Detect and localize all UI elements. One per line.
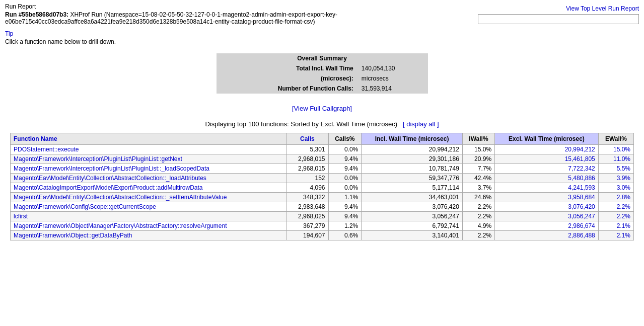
summary-microsec-label: (microsec): [217,73,357,84]
cell-calls-pct: 9.4% [328,154,362,164]
cell-calls-pct: 0.0% [328,183,362,193]
cell-excl-wall-time: 3,076,420 [495,202,599,212]
cell-ewall-pct: 5.5% [598,164,633,174]
cell-excl-wall-time: 3,056,247 [495,212,599,221]
cell-incl-wall-time: 59,347,776 [362,174,463,183]
th-iwall-pct: IWall% [462,133,494,145]
cell-function-name: Magento\Framework\Config\Scope::getCurre… [11,202,287,212]
table-row: Magento\Framework\Object::getDataByPath1… [11,231,634,240]
cell-function-name: Magento\Framework\Object::getDataByPath [11,231,287,240]
function-name-link[interactable]: PDOStatement::execute [14,146,79,153]
cell-iwall-pct: 2.2% [462,202,494,212]
table-row: Magento\Framework\Config\Scope::getCurre… [11,202,634,212]
cell-function-name: Magento\CatalogImportExport\Model\Export… [11,183,287,193]
table-row: Magento\Eav\Model\Entity\Collection\Abst… [11,174,634,183]
table-row: Magento\Framework\ObjectManager\Factory\… [11,221,634,231]
th-incl-wall-time: Incl. Wall Time (microsec) [362,133,463,145]
function-name-link[interactable]: Magento\Framework\ObjectManager\Factory\… [14,222,227,229]
cell-incl-wall-time: 20,994,212 [362,145,463,154]
function-name-link[interactable]: lcfirst [14,213,28,220]
function-name-link[interactable]: Magento\Framework\Config\Scope::getCurre… [14,203,156,210]
cell-iwall-pct: 3.7% [462,183,494,193]
cell-calls: 2,968,015 [287,154,328,164]
function-name-link[interactable]: Magento\Eav\Model\Entity\Collection\Abst… [14,175,206,182]
cell-iwall-pct: 7.7% [462,164,494,174]
cell-ewall-pct: 3.0% [598,183,633,193]
table-row: Magento\Eav\Model\Entity\Collection\Abst… [11,193,634,202]
cell-excl-wall-time: 3,958,684 [495,193,599,202]
callgraph-link[interactable]: [View Full Callgraph] [292,105,352,112]
cell-iwall-pct: 2.2% [462,212,494,221]
tip-text: Click a function name below to drill dow… [5,38,639,45]
function-name-link[interactable]: Magento\Eav\Model\Entity\Collection\Abst… [14,194,227,201]
th-calls-pct: Calls% [328,133,362,145]
cell-incl-wall-time: 5,177,114 [362,183,463,193]
cell-incl-wall-time: 34,463,001 [362,193,463,202]
cell-excl-wall-time: 2,886,488 [495,231,599,240]
cell-ewall-pct: 2.8% [598,193,633,202]
cell-function-name: Magento\Framework\Interception\PluginLis… [11,154,287,164]
cell-calls-pct: 9.4% [328,212,362,221]
cell-iwall-pct: 4.9% [462,221,494,231]
cell-calls-pct: 0.0% [328,174,362,183]
cell-excl-wall-time: 5,480,886 [495,174,599,183]
table-row: Magento\Framework\Interception\PluginLis… [11,154,634,164]
cell-calls-pct: 9.4% [328,164,362,174]
run-report-title: Run Report [5,3,478,10]
cell-excl-wall-time: 20,994,212 [495,145,599,154]
summary-fn-calls-label: Number of Function Calls: [217,84,357,94]
th-function-name: Function Name [11,133,287,145]
cell-excl-wall-time: 4,241,593 [495,183,599,193]
function-name-link[interactable]: Magento\Framework\Interception\PluginLis… [14,165,209,172]
callgraph-section: [View Full Callgraph] [0,98,644,116]
cell-calls: 348,322 [287,193,328,202]
cell-iwall-pct: 24.6% [462,193,494,202]
run-info: Run #55be5868d07b3: XHProf Run (Namespac… [5,11,478,25]
cell-calls-pct: 9.4% [328,202,362,212]
cell-calls: 2,968,025 [287,212,328,221]
cell-incl-wall-time: 3,140,401 [362,231,463,240]
cell-excl-wall-time: 2,986,674 [495,221,599,231]
summary-wall-time-value: 140,054,130 [357,63,428,73]
display-all-link[interactable]: [ display all ] [403,120,439,128]
cell-function-name: lcfirst [11,212,287,221]
th-function-name-link[interactable]: Function Name [14,135,57,142]
cell-function-name: Magento\Eav\Model\Entity\Collection\Abst… [11,193,287,202]
cell-calls: 194,607 [287,231,328,240]
top-right: View Top Level Run Report [478,5,639,24]
cell-calls-pct: 0.0% [328,145,362,154]
cell-iwall-pct: 20.9% [462,154,494,164]
cell-calls: 152 [287,174,328,183]
cell-ewall-pct: 3.9% [598,174,633,183]
function-name-link[interactable]: Magento\Framework\Object::getDataByPath [14,232,132,239]
cell-iwall-pct: 15.0% [462,145,494,154]
data-table: Function Name Calls Calls% Incl. Wall Ti… [10,133,634,240]
cell-calls: 367,279 [287,221,328,231]
summary-microsec-value: microsecs [357,73,428,84]
cell-incl-wall-time: 10,781,749 [362,164,463,174]
cell-function-name: Magento\Framework\ObjectManager\Factory\… [11,221,287,231]
search-input[interactable] [478,14,639,24]
cell-incl-wall-time: 6,792,741 [362,221,463,231]
run-id: Run #55be5868d07b3: [5,11,68,18]
cell-ewall-pct: 2.2% [598,202,633,212]
function-name-link[interactable]: Magento\CatalogImportExport\Model\Export… [14,184,203,191]
th-calls-link[interactable]: Calls [300,135,315,142]
tip-section: Tip Click a function name below to drill… [0,28,644,49]
cell-excl-wall-time: 15,461,805 [495,154,599,164]
top-left: Run Report Run #55be5868d07b3: XHProf Ru… [5,3,478,25]
cell-ewall-pct: 11.0% [598,154,633,164]
cell-calls: 2,968,015 [287,164,328,174]
data-table-wrap: Function Name Calls Calls% Incl. Wall Ti… [0,130,644,246]
cell-ewall-pct: 2.1% [598,221,633,231]
view-top-level-link[interactable]: View Top Level Run Report [566,5,639,12]
function-name-link[interactable]: Magento\Framework\Interception\PluginLis… [14,155,182,162]
cell-incl-wall-time: 3,076,420 [362,202,463,212]
cell-iwall-pct: 42.4% [462,174,494,183]
display-info: Displaying top 100 functions: Sorted by … [0,116,644,130]
table-row: Magento\Framework\Interception\PluginLis… [11,164,634,174]
cell-calls: 2,983,648 [287,202,328,212]
tip-link[interactable]: Tip [5,30,13,37]
cell-calls-pct: 0.6% [328,231,362,240]
cell-function-name: PDOStatement::execute [11,145,287,154]
